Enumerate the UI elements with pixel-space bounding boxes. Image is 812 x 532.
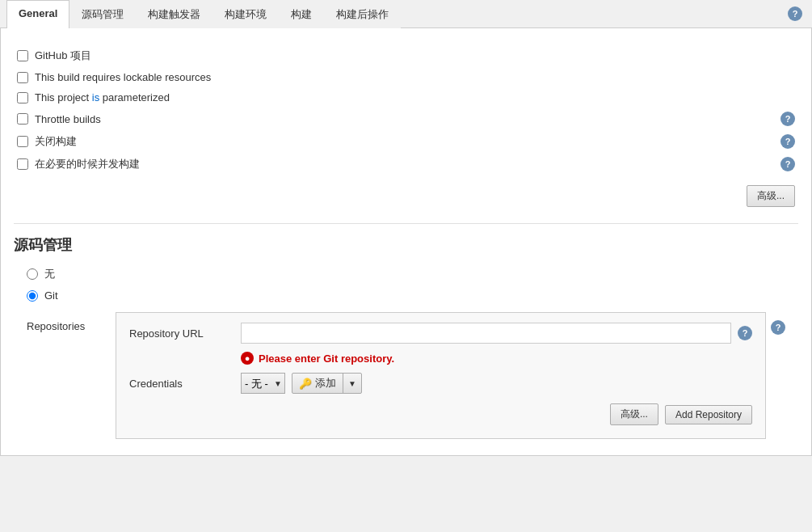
radio-none[interactable] xyxy=(27,268,38,280)
repositories-label: Repositories xyxy=(27,312,116,332)
repo-buttons-row: 高级... Add Repository xyxy=(129,403,752,425)
checkbox-row-throttle: Throttle builds ? xyxy=(14,108,798,130)
concurrent-help-icon[interactable]: ? xyxy=(780,157,795,171)
disable-help-icon[interactable]: ? xyxy=(780,134,795,149)
checkbox-disable[interactable] xyxy=(17,136,28,147)
repositories-content: Repository URL ? ● Please enter Git repo… xyxy=(116,312,766,439)
error-row: ● Please enter Git repository. xyxy=(241,352,752,365)
tab-post[interactable]: 构建后操作 xyxy=(324,0,401,28)
credentials-row: Credentials - 无 - ▼ 🔑 添加 xyxy=(129,373,752,394)
checkbox-parameterized-label: This project is parameterized xyxy=(35,91,170,103)
checkbox-github[interactable] xyxy=(17,50,28,61)
checkbox-parameterized[interactable] xyxy=(17,92,28,103)
tab-trigger[interactable]: 构建触发器 xyxy=(136,0,212,28)
checkbox-row-lockable: This build requires lockable resources xyxy=(14,67,798,87)
parameterized-highlight: is xyxy=(92,91,99,103)
credentials-select-wrapper: - 无 - ▼ xyxy=(241,373,285,394)
tab-env[interactable]: 构建环境 xyxy=(212,0,279,28)
repositories-help-icon[interactable]: ? xyxy=(771,320,785,335)
repo-outer-help: ? xyxy=(771,312,785,335)
radio-row-none: 无 xyxy=(14,263,798,285)
add-credentials-dropdown[interactable]: ▼ xyxy=(343,374,361,393)
general-section: GitHub 项目 This build requires lockable r… xyxy=(14,38,798,217)
checkbox-lockable[interactable] xyxy=(17,72,28,83)
repo-url-input[interactable] xyxy=(241,323,731,344)
repo-url-help-icon[interactable]: ? xyxy=(738,326,752,340)
checkbox-row-disable: 关闭构建 ? xyxy=(14,130,798,153)
throttle-help-icon[interactable]: ? xyxy=(780,112,795,126)
dropdown-arrow-icon: ▼ xyxy=(348,379,356,388)
tab-build[interactable]: 构建 xyxy=(279,0,324,28)
tab-general[interactable]: General xyxy=(6,0,69,28)
credentials-label: Credentials xyxy=(129,378,234,390)
checkbox-lockable-label: This build requires lockable resources xyxy=(35,71,211,83)
general-advanced-button[interactable]: 高级... xyxy=(747,185,795,207)
add-repository-button[interactable]: Add Repository xyxy=(665,405,752,424)
advanced-button-row: 高级... xyxy=(14,175,798,210)
scm-section-header: 源码管理 xyxy=(14,223,798,263)
checkbox-row-parameterized: This project is parameterized xyxy=(14,87,798,108)
error-message: Please enter Git repository. xyxy=(259,353,394,365)
add-credentials-label: 添加 xyxy=(315,376,336,391)
error-icon: ● xyxy=(241,352,254,365)
radio-row-git: Git xyxy=(14,285,798,306)
key-icon: 🔑 xyxy=(299,378,312,390)
tab-source[interactable]: 源码管理 xyxy=(69,0,136,28)
tabs-bar: General 源码管理 构建触发器 构建环境 构建 构建后操作 ? xyxy=(0,0,812,28)
radio-none-label: 无 xyxy=(44,267,55,281)
repo-url-row: Repository URL ? xyxy=(129,323,752,344)
main-wrapper: General 源码管理 构建触发器 构建环境 构建 构建后操作 ? GitHu… xyxy=(0,0,812,532)
credentials-select[interactable]: - 无 - xyxy=(241,373,285,394)
checkbox-concurrent[interactable] xyxy=(17,158,28,170)
checkbox-row-github: GitHub 项目 xyxy=(14,44,798,67)
repo-advanced-button[interactable]: 高级... xyxy=(610,403,658,425)
add-credentials-button-group[interactable]: 🔑 添加 ▼ xyxy=(292,373,362,394)
repo-url-label: Repository URL xyxy=(129,327,234,340)
radio-git-label: Git xyxy=(44,289,58,302)
checkbox-throttle[interactable] xyxy=(17,113,28,125)
checkbox-disable-label: 关闭构建 xyxy=(35,134,77,149)
tab-help-icon[interactable]: ? xyxy=(788,6,802,21)
radio-git[interactable] xyxy=(27,290,38,302)
checkbox-github-label: GitHub 项目 xyxy=(35,49,91,63)
checkbox-row-concurrent: 在必要的时候并发构建 ? xyxy=(14,153,798,175)
content-area: GitHub 项目 This build requires lockable r… xyxy=(0,28,812,456)
checkbox-concurrent-label: 在必要的时候并发构建 xyxy=(35,157,140,171)
add-credentials-main[interactable]: 🔑 添加 xyxy=(292,374,343,393)
checkbox-throttle-label: Throttle builds xyxy=(35,113,101,125)
